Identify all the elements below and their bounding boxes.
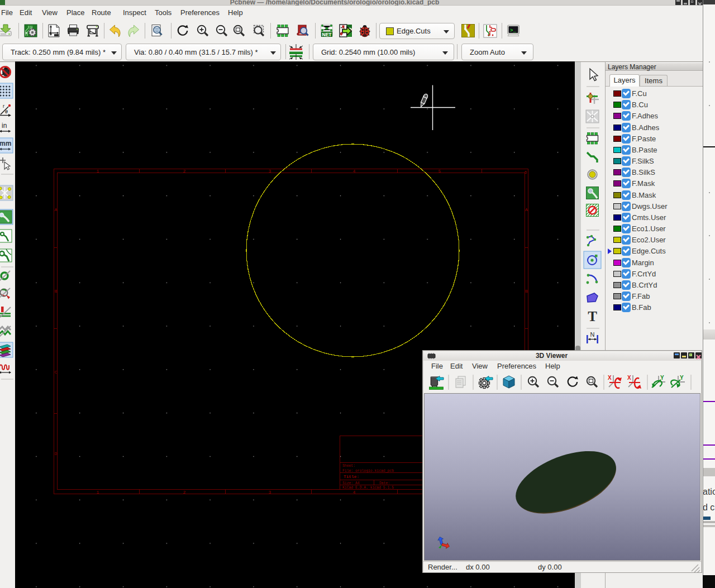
svg-text:2: 2 xyxy=(183,169,186,174)
svg-text:θ: θ xyxy=(5,109,8,114)
svg-text:4: 4 xyxy=(353,169,356,174)
svg-text:3: 3 xyxy=(269,169,271,174)
svg-text:>_: >_ xyxy=(510,28,516,34)
svg-text:3: 3 xyxy=(269,490,271,495)
svg-text:r: r xyxy=(3,103,4,109)
svg-text:2: 2 xyxy=(183,490,186,495)
svg-text:NET: NET xyxy=(322,32,332,37)
svg-text:N: N xyxy=(590,331,595,338)
svg-text:Size: A4: Size: A4 xyxy=(342,481,360,485)
svg-text:Title:: Title: xyxy=(344,475,359,479)
svg-text:D: D xyxy=(54,451,57,456)
svg-text:T: T xyxy=(588,309,597,324)
svg-text:B: B xyxy=(525,289,528,294)
svg-text:A: A xyxy=(54,207,57,212)
svg-text:X: X xyxy=(627,375,631,381)
svg-text:6: 6 xyxy=(525,170,527,175)
svg-text:1: 1 xyxy=(97,169,99,174)
svg-text:in: in xyxy=(2,122,7,130)
svg-text:File: orologio.kicad_pcb: File: orologio.kicad_pcb xyxy=(342,469,394,473)
svg-text:5: 5 xyxy=(438,169,441,174)
svg-text:A: A xyxy=(525,207,528,212)
svg-text:B: B xyxy=(54,289,57,294)
svg-text:1: 1 xyxy=(97,490,99,495)
svg-text:Date:: Date: xyxy=(379,481,390,485)
svg-text:X: X xyxy=(608,375,612,381)
svg-text:mm: mm xyxy=(0,140,11,147)
svg-text:4: 4 xyxy=(353,490,356,495)
svg-text:C: C xyxy=(54,370,57,375)
svg-text:Sheet:: Sheet: xyxy=(342,464,355,468)
svg-text:KiCad E.D.A. kicad 5.1.5: KiCad E.D.A. kicad 5.1.5 xyxy=(342,486,394,490)
